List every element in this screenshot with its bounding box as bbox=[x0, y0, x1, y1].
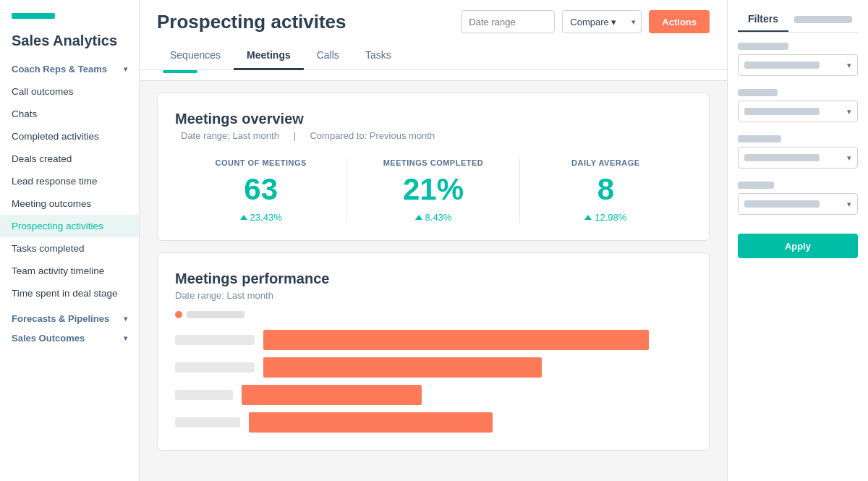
stat-change-avg: 12.98% bbox=[535, 212, 677, 223]
subtab-indicator-bar bbox=[140, 70, 727, 81]
sidebar-item-lead-response[interactable]: Lead response time bbox=[0, 170, 139, 192]
arrow-up-icon-1 bbox=[415, 215, 422, 220]
bar-fill-3 bbox=[249, 412, 493, 433]
active-tab-indicator bbox=[163, 70, 197, 73]
tab-sequences[interactable]: Sequences bbox=[157, 43, 234, 70]
compare-select-wrap: Compare ▾ Previous month Previous year bbox=[562, 10, 642, 33]
filter-label-1 bbox=[738, 89, 778, 96]
right-panel: Filters Apply bbox=[727, 0, 868, 481]
date-range-input[interactable] bbox=[461, 10, 555, 33]
arrow-up-icon-2 bbox=[584, 215, 592, 220]
page-title: Prospecting activites bbox=[157, 11, 346, 33]
chevron-down-icon-sales: ▾ bbox=[124, 334, 127, 342]
tab-tasks[interactable]: Tasks bbox=[352, 43, 404, 70]
stat-change-text-2: 12.98% bbox=[595, 212, 626, 223]
main-area: Prospecting activites Compare ▾ Previous… bbox=[140, 0, 727, 481]
filter-select-1[interactable] bbox=[738, 101, 858, 122]
actions-button[interactable]: Actions bbox=[649, 10, 710, 33]
filter-select-2[interactable] bbox=[738, 147, 858, 169]
filter-select-3[interactable] bbox=[738, 193, 858, 215]
bar-label-0 bbox=[175, 335, 255, 345]
sidebar-item-prospecting[interactable]: Prospecting activities bbox=[0, 215, 139, 237]
filter-inner-bar-2 bbox=[744, 154, 820, 161]
sidebar-section-label-sales: Sales Outcomes bbox=[12, 333, 85, 344]
bar-row-1 bbox=[175, 357, 692, 378]
meetings-performance-card: Meetings performance Date range: Last mo… bbox=[157, 252, 710, 451]
legend-label-bar bbox=[187, 311, 244, 318]
bar-fill-0 bbox=[263, 330, 649, 350]
bar-fill-2 bbox=[242, 385, 422, 405]
stat-change-completed: 8.43% bbox=[362, 212, 504, 223]
bar-row-2 bbox=[175, 385, 692, 405]
stats-row: COUNT OF MEETINGS 63 23.43% MEETINGS COM… bbox=[175, 158, 692, 223]
stat-change-text-1: 8.43% bbox=[425, 212, 452, 223]
overview-card-subtitle: Date range: Last month | Compared to: Pr… bbox=[175, 130, 692, 141]
filter-inner-bar-3 bbox=[744, 200, 820, 208]
filter-group-0 bbox=[738, 43, 858, 86]
compared-to-label: Compared to: Previous month bbox=[310, 130, 435, 141]
tabs-bar: Sequences Meetings Calls Tasks bbox=[157, 43, 710, 69]
stat-count-meetings: COUNT OF MEETINGS 63 23.43% bbox=[175, 158, 347, 223]
sidebar-item-deals-created[interactable]: Deals created bbox=[0, 148, 139, 170]
stat-daily-average: DAILY AVERAGE 8 12.98% bbox=[520, 158, 692, 223]
sidebar-item-call-outcomes[interactable]: Call outcomes bbox=[0, 80, 139, 103]
filter-label-2 bbox=[738, 135, 781, 142]
filter-inner-bar-1 bbox=[744, 108, 820, 115]
meetings-overview-card: Meetings overview Date range: Last month… bbox=[157, 93, 710, 241]
separator: | bbox=[293, 130, 298, 141]
sidebar-item-tasks-completed[interactable]: Tasks completed bbox=[0, 237, 139, 260]
bar-row-0 bbox=[175, 330, 692, 350]
sidebar-items-coach: Call outcomes Chats Completed activities… bbox=[0, 77, 139, 307]
sidebar-logo-area bbox=[0, 0, 139, 32]
sidebar-item-team-timeline[interactable]: Team activity timeline bbox=[0, 260, 139, 282]
bar-chart bbox=[175, 330, 692, 433]
perf-legend bbox=[175, 311, 692, 318]
sidebar-item-time-in-stage[interactable]: Time spent in deal stage bbox=[0, 282, 139, 305]
filter-group-2 bbox=[738, 135, 858, 179]
arrow-up-icon-0 bbox=[240, 215, 247, 220]
bar-track-0 bbox=[263, 330, 692, 350]
stat-value-count: 63 bbox=[190, 173, 332, 206]
stat-change-text-0: 23.43% bbox=[250, 212, 282, 223]
bar-label-1 bbox=[175, 362, 255, 373]
filter-tab2-bar bbox=[794, 16, 852, 23]
stat-label-count: COUNT OF MEETINGS bbox=[190, 158, 332, 167]
main-header: Prospecting activites Compare ▾ Previous… bbox=[140, 0, 727, 70]
bar-row-3 bbox=[175, 412, 692, 433]
stat-change-count: 23.43% bbox=[190, 212, 332, 223]
sidebar-section-label: Coach Reps & Teams bbox=[12, 64, 107, 75]
filter-select-0[interactable] bbox=[738, 54, 858, 76]
bar-track-2 bbox=[242, 385, 692, 405]
header-top-row: Prospecting activites Compare ▾ Previous… bbox=[157, 10, 710, 33]
apply-filters-button[interactable]: Apply bbox=[738, 234, 858, 258]
sidebar-title: Sales Analytics bbox=[0, 32, 139, 58]
sidebar-section-label-forecasts: Forecasts & Pipelines bbox=[12, 313, 109, 324]
filters-tab-active[interactable]: Filters bbox=[738, 9, 788, 32]
stat-label-avg: DAILY AVERAGE bbox=[535, 158, 677, 167]
sidebar-item-completed-activities[interactable]: Completed activities bbox=[0, 125, 139, 148]
date-range-label: Date range: Last month bbox=[181, 130, 279, 141]
stat-value-completed: 21% bbox=[362, 173, 504, 206]
header-controls: Compare ▾ Previous month Previous year A… bbox=[461, 10, 710, 33]
filters-header: Filters bbox=[738, 9, 858, 33]
sidebar-section-sales[interactable]: Sales Outcomes ▾ bbox=[0, 327, 139, 346]
content-area: Meetings overview Date range: Last month… bbox=[140, 81, 727, 481]
sidebar-item-meeting-outcomes[interactable]: Meeting outcomes bbox=[0, 192, 139, 215]
overview-card-title: Meetings overview bbox=[175, 111, 692, 127]
tab-calls[interactable]: Calls bbox=[304, 43, 352, 70]
stat-label-completed: MEETINGS COMPLETED bbox=[362, 158, 504, 167]
sidebar-section-forecasts[interactable]: Forecasts & Pipelines ▾ bbox=[0, 307, 139, 327]
tab-meetings[interactable]: Meetings bbox=[234, 43, 304, 70]
legend-dot-icon bbox=[175, 311, 182, 318]
chevron-down-icon-forecasts: ▾ bbox=[124, 315, 127, 323]
filter-group-3 bbox=[738, 182, 858, 225]
sidebar: Sales Analytics Coach Reps & Teams ▾ Cal… bbox=[0, 0, 140, 481]
perf-date-range: Date range: Last month bbox=[175, 290, 692, 301]
sidebar-item-chats[interactable]: Chats bbox=[0, 103, 139, 125]
stat-meetings-completed: MEETINGS COMPLETED 21% 8.43% bbox=[347, 158, 519, 223]
filters-tab-inactive[interactable] bbox=[788, 9, 858, 32]
chevron-down-icon: ▾ bbox=[124, 65, 127, 73]
bar-track-3 bbox=[249, 412, 692, 433]
compare-select[interactable]: Compare ▾ Previous month Previous year bbox=[562, 10, 642, 33]
sidebar-section-coach[interactable]: Coach Reps & Teams ▾ bbox=[0, 58, 139, 77]
